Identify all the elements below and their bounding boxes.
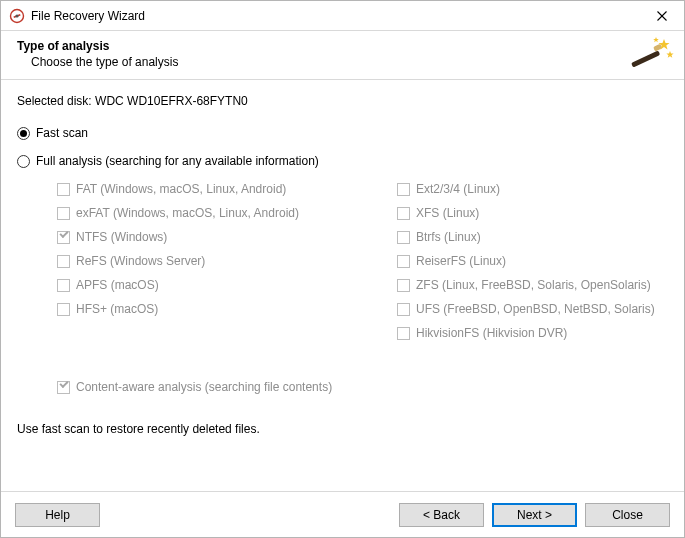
checkbox-label: exFAT (Windows, macOS, Linux, Android)	[76, 206, 299, 220]
checkbox-hfsplus[interactable]: HFS+ (macOS)	[57, 302, 357, 316]
checkbox-ufs[interactable]: UFS (FreeBSD, OpenBSD, NetBSD, Solaris)	[397, 302, 684, 316]
checkbox-label: NTFS (Windows)	[76, 230, 167, 244]
radio-fast-scan-label: Fast scan	[36, 126, 88, 140]
checkbox-icon	[57, 303, 70, 316]
wizard-window: File Recovery Wizard Type of analysis Ch…	[0, 0, 685, 538]
svg-marker-8	[666, 51, 673, 58]
radio-full-analysis-label: Full analysis (searching for any availab…	[36, 154, 319, 168]
window-title: File Recovery Wizard	[31, 9, 640, 23]
hint-text: Use fast scan to restore recently delete…	[17, 422, 668, 436]
checkbox-icon	[397, 231, 410, 244]
checkbox-label: APFS (macOS)	[76, 278, 159, 292]
wizard-footer: Help < Back Next > Close	[1, 491, 684, 537]
checkbox-label: ReFS (Windows Server)	[76, 254, 205, 268]
checkbox-xfs[interactable]: XFS (Linux)	[397, 206, 684, 220]
radio-fast-scan[interactable]: Fast scan	[17, 126, 668, 140]
checkbox-fat[interactable]: FAT (Windows, macOS, Linux, Android)	[57, 182, 357, 196]
checkbox-content-aware[interactable]: Content-aware analysis (searching file c…	[57, 380, 668, 394]
selected-disk: Selected disk: WDC WD10EFRX-68FYTN0	[17, 94, 668, 108]
wizard-body: Selected disk: WDC WD10EFRX-68FYTN0 Fast…	[1, 80, 684, 491]
checkbox-icon	[397, 279, 410, 292]
wizard-header: Type of analysis Choose the type of anal…	[1, 31, 684, 80]
checkbox-icon	[57, 279, 70, 292]
checkbox-label: HikvisionFS (Hikvision DVR)	[416, 326, 567, 340]
svg-point-2	[15, 14, 18, 17]
checkbox-reiserfs[interactable]: ReiserFS (Linux)	[397, 254, 684, 268]
wizard-icon	[626, 35, 674, 78]
checkbox-zfs[interactable]: ZFS (Linux, FreeBSD, Solaris, OpenSolari…	[397, 278, 684, 292]
checkbox-icon	[397, 207, 410, 220]
checkbox-label: ZFS (Linux, FreeBSD, Solaris, OpenSolari…	[416, 278, 651, 292]
checkbox-icon	[397, 327, 410, 340]
checkbox-hikvisionfs[interactable]: HikvisionFS (Hikvision DVR)	[397, 326, 684, 340]
checkbox-icon	[57, 231, 70, 244]
checkbox-label: UFS (FreeBSD, OpenBSD, NetBSD, Solaris)	[416, 302, 655, 316]
radio-icon	[17, 155, 30, 168]
selected-disk-value: WDC WD10EFRX-68FYTN0	[95, 94, 248, 108]
help-button[interactable]: Help	[15, 503, 100, 527]
close-button[interactable]	[640, 1, 684, 31]
checkbox-ntfs[interactable]: NTFS (Windows)	[57, 230, 357, 244]
checkbox-exfat[interactable]: exFAT (Windows, macOS, Linux, Android)	[57, 206, 357, 220]
checkbox-label: HFS+ (macOS)	[76, 302, 158, 316]
page-subtitle: Choose the type of analysis	[17, 55, 668, 69]
checkbox-label: ReiserFS (Linux)	[416, 254, 506, 268]
checkbox-label: FAT (Windows, macOS, Linux, Android)	[76, 182, 286, 196]
back-button[interactable]: < Back	[399, 503, 484, 527]
close-icon	[657, 11, 667, 21]
filesystem-options: FAT (Windows, macOS, Linux, Android) Ext…	[57, 182, 668, 340]
checkbox-icon	[57, 207, 70, 220]
radio-full-analysis[interactable]: Full analysis (searching for any availab…	[17, 154, 668, 168]
app-icon	[9, 8, 25, 24]
checkbox-icon	[397, 303, 410, 316]
svg-marker-9	[653, 37, 659, 42]
checkbox-ext[interactable]: Ext2/3/4 (Linux)	[397, 182, 684, 196]
selected-disk-label: Selected disk:	[17, 94, 92, 108]
svg-rect-5	[631, 50, 660, 67]
checkbox-label: XFS (Linux)	[416, 206, 479, 220]
checkbox-icon	[397, 183, 410, 196]
close-footer-button[interactable]: Close	[585, 503, 670, 527]
checkbox-icon	[57, 381, 70, 394]
checkbox-refs[interactable]: ReFS (Windows Server)	[57, 254, 357, 268]
checkbox-icon	[397, 255, 410, 268]
checkbox-label: Btrfs (Linux)	[416, 230, 481, 244]
checkbox-icon	[57, 255, 70, 268]
checkbox-label: Content-aware analysis (searching file c…	[76, 380, 332, 394]
page-title: Type of analysis	[17, 39, 668, 53]
checkbox-icon	[57, 183, 70, 196]
checkbox-apfs[interactable]: APFS (macOS)	[57, 278, 357, 292]
next-button[interactable]: Next >	[492, 503, 577, 527]
radio-icon	[17, 127, 30, 140]
titlebar: File Recovery Wizard	[1, 1, 684, 31]
checkbox-label: Ext2/3/4 (Linux)	[416, 182, 500, 196]
checkbox-btrfs[interactable]: Btrfs (Linux)	[397, 230, 684, 244]
